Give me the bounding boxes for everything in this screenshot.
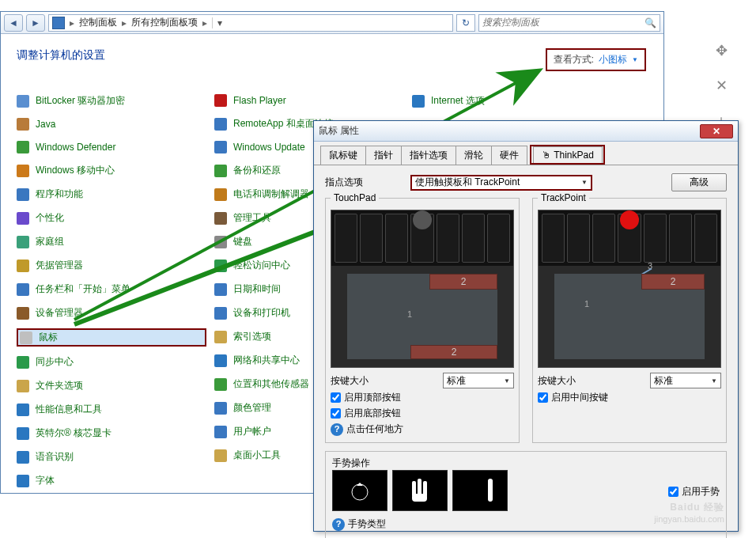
cp-item[interactable]: 同步中心 [17,354,206,370]
cp-item[interactable]: 设备管理器 [17,305,206,321]
cp-item-label: Windows Update [233,142,305,153]
cp-item-icon [17,307,29,320]
cp-item-label: 用户帐户 [233,425,271,438]
cp-item-icon [214,307,227,320]
cp-item-label: Flash Player [233,95,286,106]
addr-dropdown[interactable]: ▾ [212,17,226,28]
cp-item-icon [17,404,29,416]
cp-item[interactable]: Flash Player [214,93,404,108]
dialog-titlebar: 鼠标 属性 ✕ [314,121,738,142]
cp-item[interactable]: 程序和功能 [17,186,206,203]
gesture-rotate-icon [332,470,387,511]
crumb-2[interactable]: 所有控制面板项 [131,16,198,29]
cp-item-label: 个性化 [36,211,64,225]
enable-middle-checkbox[interactable]: 启用中间按键 [538,391,721,404]
search-placeholder: 搜索控制面板 [482,16,539,29]
cp-item-label: 索引选项 [233,330,271,343]
tab-buttons[interactable]: 鼠标键 [320,146,366,165]
help-icon: ? [331,423,343,436]
cp-item-icon [214,212,227,225]
button-size-label: 按键大小 [538,374,576,388]
crumb-1[interactable]: 控制面板 [79,16,117,29]
cp-item[interactable]: 字体 [17,472,206,489]
pointing-option-label: 指点选项 [325,176,401,189]
touchpad-size-combo[interactable]: 标准▼ [443,373,514,388]
tab-pointer-options[interactable]: 指针选项 [401,146,456,165]
gesture-group: 手势操作 启用手势 ?手势类型 [325,451,727,538]
cp-item[interactable]: BitLocker 驱动器加密 [17,93,206,109]
close-button[interactable]: ✕ [700,124,733,138]
touchpad-bottom-button: 2 [410,345,497,359]
cp-item-label: Internet 选项 [431,94,485,108]
watermark: Baidu 经验 [670,501,724,514]
refresh-button[interactable]: ↻ [456,14,475,32]
trackpoint-size-combo[interactable]: 标准▼ [650,373,721,388]
advanced-button[interactable]: 高级 [671,173,727,191]
move-icon[interactable]: ✥ [712,41,731,60]
cp-item[interactable]: 语音识别 [17,449,206,465]
enable-gesture-checkbox[interactable]: 启用手势 [668,485,720,498]
cp-item[interactable]: 鼠标 [17,328,206,347]
cp-item-icon [214,165,227,177]
cp-item[interactable]: 个性化 [17,210,206,226]
cp-item[interactable]: Internet 选项 [412,93,602,109]
tab-thinkpad[interactable]: 🖱 ThinkPad [533,146,603,163]
tab-wheel[interactable]: 滑轮 [455,146,492,165]
cp-item[interactable]: 性能信息和工具 [17,401,206,418]
cp-item[interactable]: 英特尔® 核芯显卡 [17,425,206,441]
cp-item[interactable]: 凭据管理器 [17,257,206,274]
cp-item-label: BitLocker 驱动器加密 [36,94,125,108]
cp-item[interactable]: Windows 移动中心 [17,162,206,179]
enable-top-checkbox[interactable]: 启用顶部按钮 [331,391,514,404]
cp-item-label: 家庭组 [36,235,64,248]
cp-item-label: 键盘 [233,235,252,248]
cp-item-label: 鼠标 [39,331,58,344]
tab-hardware[interactable]: 硬件 [491,146,527,165]
thinkpad-icon: 🖱 [542,150,551,161]
cp-item-icon [17,165,29,177]
watermark-brand: Baidu 经验 [670,501,724,514]
cp-item-icon [214,94,227,107]
nav-back-button[interactable]: ◄ [4,14,23,32]
chevron-right-icon: ▸ [70,17,74,28]
enable-bottom-checkbox[interactable]: 启用底部按钮 [331,407,514,420]
cp-item-icon [214,426,227,438]
watermark-url: jingyan.baidu.com [654,514,724,524]
cp-item-icon [17,475,29,487]
cp-item-label: Windows 移动中心 [36,164,115,177]
nav-forward-button[interactable]: ► [26,14,45,32]
cp-item-icon [17,118,29,131]
cp-item[interactable]: Windows Defender [17,139,206,155]
dialog-tabs: 鼠标键 指针 指针选项 滑轮 硬件 🖱 ThinkPad [314,146,738,165]
cp-item-label: 凭据管理器 [36,259,83,272]
cp-item[interactable]: 任务栏和「开始」菜单 [17,281,206,297]
cp-item-label: 备份和还原 [233,164,281,177]
click-anywhere-help[interactable]: ?点击任何地方 [331,422,514,436]
close-icon[interactable]: ✕ [712,76,731,95]
svg-point-8 [488,479,493,483]
breadcrumb[interactable]: ▸ 控制面板 ▸ 所有控制面板项 ▸ ▾ [48,14,453,32]
help-icon: ? [332,518,345,531]
cp-item-label: 设备和打印机 [233,306,290,320]
cp-item-icon [17,356,29,369]
search-input[interactable]: 搜索控制面板 🔍 [478,14,660,32]
cp-item-label: 颜色管理 [233,401,271,415]
grey-dot-icon [413,210,432,229]
cp-item-icon [20,332,32,344]
control-panel-icon [52,17,65,29]
touchpad-preview: 1 2 2 [331,210,514,368]
cp-item-icon [214,449,227,462]
cp-item[interactable]: 家庭组 [17,233,206,250]
tab-pointers[interactable]: 指针 [365,146,402,165]
chevron-right-icon: ▸ [202,17,207,28]
gesture-title: 手势操作 [332,457,370,468]
cp-item-icon [214,354,227,367]
view-mode-selector[interactable]: 查看方式: 小图标 ▼ [546,48,646,71]
cp-item[interactable]: Java [17,116,206,132]
cp-item-icon [214,402,227,415]
cp-item[interactable]: 文件夹选项 [17,377,206,394]
cp-item-icon [214,378,227,391]
address-bar: ◄ ► ▸ 控制面板 ▸ 所有控制面板项 ▸ ▾ ↻ 搜索控制面板 🔍 [1,12,663,34]
cp-item-label: 电话和调制解调器 [233,188,309,201]
pointing-device-combo[interactable]: 使用触摸板和 TrackPoint ▼ [410,175,592,191]
